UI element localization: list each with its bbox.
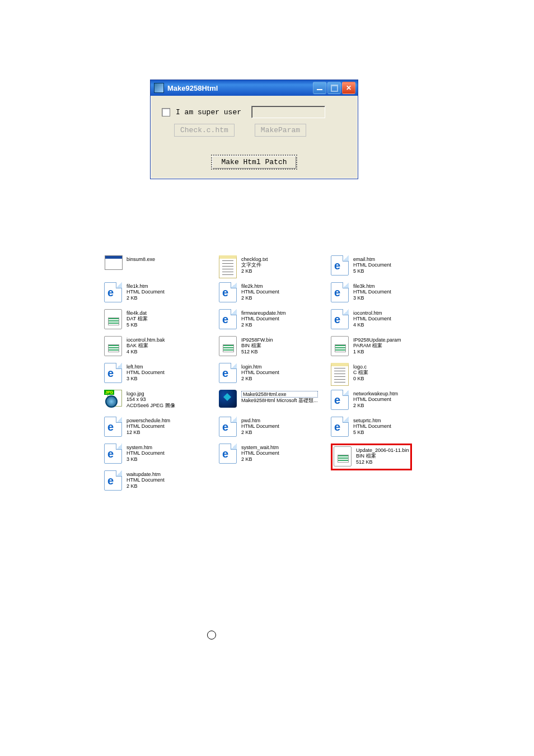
file-label: checklog.txt文字文件2 KB bbox=[241, 255, 268, 274]
file-label: powerschedule.htmHTML Document12 KB bbox=[127, 417, 170, 435]
mfc-icon bbox=[219, 390, 237, 408]
check-button: Check.c.htm bbox=[174, 124, 235, 137]
make9258html-dialog: Make9258Html ✕ I am super user Check.c.h… bbox=[150, 80, 358, 179]
txt-icon bbox=[219, 255, 237, 278]
maximize-button[interactable] bbox=[327, 82, 341, 94]
file-item[interactable]: pwd.htmHTML Document2 KB bbox=[219, 417, 331, 438]
app-icon bbox=[154, 83, 164, 93]
file-item[interactable]: file3k.htmHTML Document3 KB bbox=[331, 282, 443, 304]
file-label: binsum8.exe bbox=[127, 255, 155, 262]
file-label: pwd.htmHTML Document2 KB bbox=[241, 417, 279, 435]
file-item[interactable]: powerschedule.htmHTML Document12 KB bbox=[104, 417, 216, 438]
super-user-label: I am super user bbox=[176, 108, 241, 116]
file-label: logo.jpg154 x 93ACDSee6 JPEG 圖像 bbox=[127, 390, 175, 408]
file-label: IP9258Update.paramPARAM 檔案1 KB bbox=[353, 336, 401, 354]
file-item[interactable]: file1k.htmHTML Document2 KB bbox=[104, 282, 216, 304]
file-label: login.htmHTML Document2 KB bbox=[241, 363, 279, 381]
close-button[interactable]: ✕ bbox=[342, 82, 355, 94]
file-item[interactable]: iocontrol.htmHTML Document4 KB bbox=[331, 309, 443, 330]
file-item[interactable]: file2k.htmHTML Document2 KB bbox=[219, 282, 331, 304]
file-label: file4k.datDAT 檔案5 KB bbox=[127, 309, 148, 328]
file-label: iocontrol.htmHTML Document4 KB bbox=[353, 309, 391, 328]
ie-icon bbox=[331, 417, 349, 437]
file-item[interactable]: Make9258Html.exeMake9258Html Microsoft 基… bbox=[219, 390, 331, 411]
file-label: networkwakeup.htmHTML Document2 KB bbox=[353, 390, 398, 408]
file-label: system_wait.htmHTML Document2 KB bbox=[241, 444, 279, 462]
dat-icon bbox=[104, 309, 122, 329]
file-item[interactable]: Update_2006-01-11.binBIN 檔案512 KB bbox=[331, 444, 443, 470]
ie-icon bbox=[219, 417, 237, 437]
bin-icon bbox=[334, 446, 352, 466]
file-item[interactable]: IP9258Update.paramPARAM 檔案1 KB bbox=[331, 336, 443, 357]
file-label: file1k.htmHTML Document2 KB bbox=[127, 282, 165, 301]
file-label: IP9258FW.binBIN 檔案512 KB bbox=[241, 336, 273, 354]
make-html-patch-button[interactable]: Make Html Patch bbox=[211, 155, 297, 170]
file-label: iocontrol.htm.bakBAK 檔案4 KB bbox=[127, 336, 165, 354]
file-item[interactable]: login.htmHTML Document2 KB bbox=[219, 363, 331, 384]
sunken-field bbox=[251, 106, 325, 118]
ie-icon bbox=[331, 255, 349, 276]
file-item[interactable]: networkwakeup.htmHTML Document2 KB bbox=[331, 390, 443, 411]
ie-icon bbox=[331, 390, 349, 410]
file-item[interactable]: left.htmHTML Document3 KB bbox=[104, 363, 216, 384]
highlighted-file: Update_2006-01-11.binBIN 檔案512 KB bbox=[331, 444, 412, 470]
file-label: file2k.htmHTML Document2 KB bbox=[241, 282, 279, 301]
bin-icon bbox=[219, 336, 237, 356]
ie-icon bbox=[219, 309, 237, 329]
file-item[interactable]: IP9258FW.binBIN 檔案512 KB bbox=[219, 336, 331, 357]
titlebar[interactable]: Make9258Html ✕ bbox=[151, 80, 358, 96]
makeparam-button: MakeParam bbox=[255, 124, 306, 137]
ie-icon bbox=[219, 444, 237, 464]
file-item[interactable]: waitupdate.htmHTML Document2 KB bbox=[104, 470, 216, 492]
ie-icon bbox=[331, 282, 349, 302]
file-label: system.htmHTML Document3 KB bbox=[127, 444, 165, 462]
dat-icon bbox=[104, 336, 122, 356]
footer-circle bbox=[207, 631, 216, 640]
ie-icon bbox=[104, 444, 122, 464]
file-item[interactable]: binsum8.exe bbox=[104, 255, 216, 277]
txt-icon bbox=[331, 363, 349, 386]
ie-icon bbox=[104, 282, 122, 302]
exe-icon bbox=[105, 255, 123, 270]
file-label: setuprtc.htmHTML Document5 KB bbox=[353, 417, 391, 435]
ie-icon bbox=[104, 470, 122, 491]
file-label: Make9258Html.exeMake9258Html Microsoft 基… bbox=[241, 390, 318, 404]
ie-icon bbox=[219, 363, 237, 383]
file-item[interactable]: setuprtc.htmHTML Document5 KB bbox=[331, 417, 443, 438]
file-item[interactable]: firmwareupdate.htmHTML Document2 KB bbox=[219, 309, 331, 330]
param-icon bbox=[331, 336, 349, 356]
file-label: left.htmHTML Document3 KB bbox=[127, 363, 165, 381]
file-label: waitupdate.htmHTML Document2 KB bbox=[127, 470, 165, 489]
file-item[interactable]: checklog.txt文字文件2 KB bbox=[219, 255, 331, 277]
super-user-checkbox[interactable] bbox=[162, 108, 170, 116]
file-label: Update_2006-01-11.binBIN 檔案512 KB bbox=[356, 446, 409, 468]
file-item[interactable]: iocontrol.htm.bakBAK 檔案4 KB bbox=[104, 336, 216, 357]
ie-icon bbox=[331, 309, 349, 329]
file-label: logo.cC 檔案0 KB bbox=[353, 363, 368, 381]
file-item[interactable]: system.htmHTML Document3 KB bbox=[104, 444, 216, 465]
file-item[interactable]: email.htmHTML Document5 KB bbox=[331, 255, 443, 277]
file-label: firmwareupdate.htmHTML Document2 KB bbox=[241, 309, 286, 328]
file-item[interactable]: logo.cC 檔案0 KB bbox=[331, 363, 443, 384]
file-item[interactable]: JPGlogo.jpg154 x 93ACDSee6 JPEG 圖像 bbox=[104, 390, 216, 411]
file-item[interactable]: file4k.datDAT 檔案5 KB bbox=[104, 309, 216, 330]
window-title: Make9258Html bbox=[167, 84, 218, 92]
file-label: email.htmHTML Document5 KB bbox=[353, 255, 391, 274]
file-item[interactable]: system_wait.htmHTML Document2 KB bbox=[219, 444, 331, 465]
ie-icon bbox=[104, 417, 122, 437]
file-label: file3k.htmHTML Document3 KB bbox=[353, 282, 391, 301]
ie-icon bbox=[219, 282, 237, 302]
ie-icon bbox=[104, 363, 122, 383]
minimize-button[interactable] bbox=[313, 82, 326, 94]
jpg-icon: JPG bbox=[104, 390, 122, 409]
